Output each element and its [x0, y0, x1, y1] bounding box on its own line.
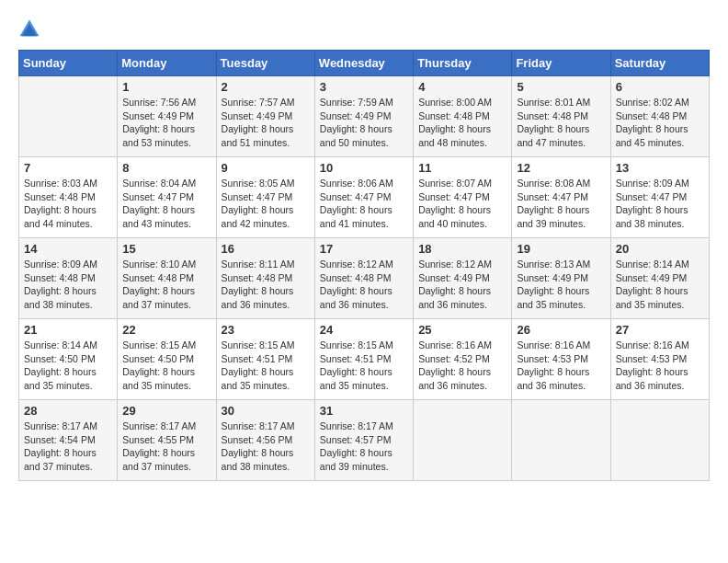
day-number-6: 6: [616, 80, 704, 94]
cell-5-1: 28Sunrise: 8:17 AM Sunset: 4:54 PM Dayli…: [19, 400, 118, 481]
header-sunday: Sunday: [19, 51, 118, 76]
cell-4-6: 26Sunrise: 8:16 AM Sunset: 4:53 PM Dayli…: [512, 319, 610, 400]
day-number-16: 16: [222, 242, 310, 256]
cell-info-5: Sunrise: 8:01 AM Sunset: 4:48 PM Dayligh…: [517, 96, 605, 150]
day-number-22: 22: [122, 323, 210, 337]
cell-info-25: Sunrise: 8:16 AM Sunset: 4:52 PM Dayligh…: [418, 339, 506, 393]
cell-info-13: Sunrise: 8:09 AM Sunset: 4:47 PM Dayligh…: [616, 177, 704, 231]
cell-3-6: 19Sunrise: 8:13 AM Sunset: 4:49 PM Dayli…: [512, 238, 610, 319]
day-number-10: 10: [320, 161, 408, 175]
day-number-1: 1: [122, 80, 210, 94]
cell-info-20: Sunrise: 8:14 AM Sunset: 4:49 PM Dayligh…: [616, 258, 704, 312]
day-number-2: 2: [222, 80, 310, 94]
cell-info-8: Sunrise: 8:04 AM Sunset: 4:47 PM Dayligh…: [122, 177, 210, 231]
day-number-3: 3: [320, 80, 408, 94]
cell-info-3: Sunrise: 7:59 AM Sunset: 4:49 PM Dayligh…: [320, 96, 408, 150]
cell-5-3: 30Sunrise: 8:17 AM Sunset: 4:56 PM Dayli…: [216, 400, 314, 481]
day-number-29: 29: [122, 404, 210, 418]
day-number-31: 31: [320, 404, 408, 418]
header-wednesday: Wednesday: [314, 51, 413, 76]
day-number-4: 4: [418, 80, 506, 94]
day-number-18: 18: [418, 242, 506, 256]
cell-info-2: Sunrise: 7:57 AM Sunset: 4:49 PM Dayligh…: [222, 96, 310, 150]
week-row-2: 7Sunrise: 8:03 AM Sunset: 4:48 PM Daylig…: [19, 157, 710, 238]
calendar-table: SundayMondayTuesdayWednesdayThursdayFrid…: [18, 50, 710, 481]
cell-4-2: 22Sunrise: 8:15 AM Sunset: 4:50 PM Dayli…: [118, 319, 216, 400]
cell-info-28: Sunrise: 8:17 AM Sunset: 4:54 PM Dayligh…: [24, 419, 112, 474]
cell-info-26: Sunrise: 8:16 AM Sunset: 4:53 PM Dayligh…: [517, 339, 605, 393]
cell-info-29: Sunrise: 8:17 AM Sunset: 4:55 PM Dayligh…: [122, 419, 210, 474]
day-number-13: 13: [616, 161, 704, 175]
cell-info-12: Sunrise: 8:08 AM Sunset: 4:47 PM Dayligh…: [517, 177, 605, 231]
cell-info-14: Sunrise: 8:09 AM Sunset: 4:48 PM Dayligh…: [24, 258, 112, 312]
cell-info-16: Sunrise: 8:11 AM Sunset: 4:48 PM Dayligh…: [222, 258, 310, 312]
day-number-5: 5: [517, 80, 605, 94]
page-header: [18, 18, 710, 40]
day-number-24: 24: [320, 323, 408, 337]
day-number-8: 8: [122, 161, 210, 175]
cell-2-6: 12Sunrise: 8:08 AM Sunset: 4:47 PM Dayli…: [512, 157, 610, 238]
cell-2-7: 13Sunrise: 8:09 AM Sunset: 4:47 PM Dayli…: [610, 157, 709, 238]
cell-info-15: Sunrise: 8:10 AM Sunset: 4:48 PM Dayligh…: [122, 258, 210, 312]
cell-info-31: Sunrise: 8:17 AM Sunset: 4:57 PM Dayligh…: [320, 419, 408, 474]
cell-3-1: 14Sunrise: 8:09 AM Sunset: 4:48 PM Dayli…: [19, 238, 118, 319]
day-number-21: 21: [24, 323, 112, 337]
cell-4-5: 25Sunrise: 8:16 AM Sunset: 4:52 PM Dayli…: [414, 319, 512, 400]
day-number-9: 9: [222, 161, 310, 175]
header-thursday: Thursday: [414, 51, 512, 76]
cell-1-6: 5Sunrise: 8:01 AM Sunset: 4:48 PM Daylig…: [512, 76, 610, 157]
cell-4-4: 24Sunrise: 8:15 AM Sunset: 4:51 PM Dayli…: [314, 319, 413, 400]
cell-3-3: 16Sunrise: 8:11 AM Sunset: 4:48 PM Dayli…: [216, 238, 314, 319]
cell-info-9: Sunrise: 8:05 AM Sunset: 4:47 PM Dayligh…: [222, 177, 310, 231]
cell-2-3: 9Sunrise: 8:05 AM Sunset: 4:47 PM Daylig…: [216, 157, 314, 238]
week-row-4: 21Sunrise: 8:14 AM Sunset: 4:50 PM Dayli…: [19, 319, 710, 400]
cell-1-1: [19, 76, 118, 157]
cell-5-5: [414, 400, 512, 481]
day-number-14: 14: [24, 242, 112, 256]
day-number-7: 7: [24, 161, 112, 175]
cell-1-7: 6Sunrise: 8:02 AM Sunset: 4:48 PM Daylig…: [610, 76, 709, 157]
cell-5-4: 31Sunrise: 8:17 AM Sunset: 4:57 PM Dayli…: [314, 400, 413, 481]
cell-1-4: 3Sunrise: 7:59 AM Sunset: 4:49 PM Daylig…: [314, 76, 413, 157]
cell-info-23: Sunrise: 8:15 AM Sunset: 4:51 PM Dayligh…: [222, 339, 310, 393]
day-number-11: 11: [418, 161, 506, 175]
cell-3-2: 15Sunrise: 8:10 AM Sunset: 4:48 PM Dayli…: [118, 238, 216, 319]
cell-5-6: [512, 400, 610, 481]
cell-2-5: 11Sunrise: 8:07 AM Sunset: 4:47 PM Dayli…: [414, 157, 512, 238]
cell-2-4: 10Sunrise: 8:06 AM Sunset: 4:47 PM Dayli…: [314, 157, 413, 238]
cell-3-4: 17Sunrise: 8:12 AM Sunset: 4:48 PM Dayli…: [314, 238, 413, 319]
day-number-26: 26: [517, 323, 605, 337]
cell-4-3: 23Sunrise: 8:15 AM Sunset: 4:51 PM Dayli…: [216, 319, 314, 400]
cell-info-6: Sunrise: 8:02 AM Sunset: 4:48 PM Dayligh…: [616, 96, 704, 150]
cell-info-4: Sunrise: 8:00 AM Sunset: 4:48 PM Dayligh…: [418, 96, 506, 150]
cell-5-2: 29Sunrise: 8:17 AM Sunset: 4:55 PM Dayli…: [118, 400, 216, 481]
cell-info-1: Sunrise: 7:56 AM Sunset: 4:49 PM Dayligh…: [122, 96, 210, 150]
header-saturday: Saturday: [610, 51, 709, 76]
cell-info-24: Sunrise: 8:15 AM Sunset: 4:51 PM Dayligh…: [320, 339, 408, 393]
cell-info-18: Sunrise: 8:12 AM Sunset: 4:49 PM Dayligh…: [418, 258, 506, 312]
cell-1-3: 2Sunrise: 7:57 AM Sunset: 4:49 PM Daylig…: [216, 76, 314, 157]
day-number-27: 27: [616, 323, 704, 337]
week-row-5: 28Sunrise: 8:17 AM Sunset: 4:54 PM Dayli…: [19, 400, 710, 481]
cell-3-7: 20Sunrise: 8:14 AM Sunset: 4:49 PM Dayli…: [610, 238, 709, 319]
day-number-25: 25: [418, 323, 506, 337]
cell-4-1: 21Sunrise: 8:14 AM Sunset: 4:50 PM Dayli…: [19, 319, 118, 400]
cell-info-22: Sunrise: 8:15 AM Sunset: 4:50 PM Dayligh…: [122, 339, 210, 393]
cell-info-21: Sunrise: 8:14 AM Sunset: 4:50 PM Dayligh…: [24, 339, 112, 393]
day-number-23: 23: [222, 323, 310, 337]
cell-3-5: 18Sunrise: 8:12 AM Sunset: 4:49 PM Dayli…: [414, 238, 512, 319]
cell-info-10: Sunrise: 8:06 AM Sunset: 4:47 PM Dayligh…: [320, 177, 408, 231]
header-friday: Friday: [512, 51, 610, 76]
calendar-header: SundayMondayTuesdayWednesdayThursdayFrid…: [19, 51, 710, 76]
logo-icon: [18, 18, 40, 40]
logo: [18, 18, 44, 40]
cell-info-17: Sunrise: 8:12 AM Sunset: 4:48 PM Dayligh…: [320, 258, 408, 312]
cell-1-2: 1Sunrise: 7:56 AM Sunset: 4:49 PM Daylig…: [118, 76, 216, 157]
cell-info-30: Sunrise: 8:17 AM Sunset: 4:56 PM Dayligh…: [222, 419, 310, 474]
cell-2-1: 7Sunrise: 8:03 AM Sunset: 4:48 PM Daylig…: [19, 157, 118, 238]
header-tuesday: Tuesday: [216, 51, 314, 76]
cell-info-7: Sunrise: 8:03 AM Sunset: 4:48 PM Dayligh…: [24, 177, 112, 231]
cell-info-19: Sunrise: 8:13 AM Sunset: 4:49 PM Dayligh…: [517, 258, 605, 312]
cell-4-7: 27Sunrise: 8:16 AM Sunset: 4:53 PM Dayli…: [610, 319, 709, 400]
day-number-19: 19: [517, 242, 605, 256]
